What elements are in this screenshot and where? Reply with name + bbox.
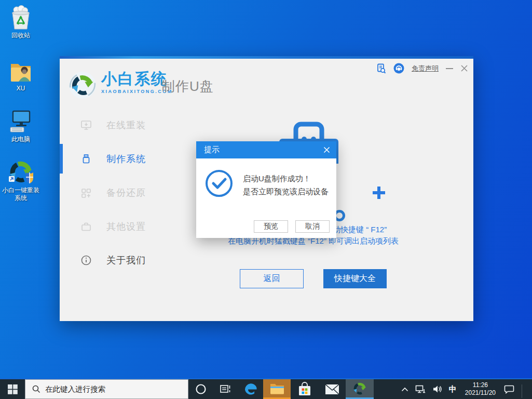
usb-drive-icon (80, 153, 92, 165)
search-icon (32, 385, 40, 393)
back-button[interactable]: 返回 (240, 269, 304, 288)
cortana-icon (195, 383, 207, 395)
dialog-title: 提示 (204, 145, 220, 155)
backup-restore-icon (80, 187, 92, 198)
tray-volume-icon[interactable] (431, 385, 444, 393)
sidebar: 在线重装 制作系统 备份还原 其他设置 (60, 108, 153, 277)
desktop-icon-label: 此电脑 (1, 136, 40, 143)
this-pc-icon (1, 109, 40, 134)
hotkey-hint-line1: 动快捷键 “ F12” (333, 225, 387, 235)
clock-date: 2021/11/20 (465, 389, 496, 397)
task-view-icon (220, 383, 232, 395)
dialog-message-line1: 启动U盘制作成功！ (243, 172, 329, 185)
cortana-button[interactable] (188, 379, 213, 399)
sidebar-item-other-settings[interactable]: 其他设置 (60, 209, 153, 243)
dialog-message-line2: 是否立即预览该启动设备 (243, 185, 329, 198)
edge-icon (243, 381, 258, 397)
desktop-icon-this-pc[interactable]: 此电脑 (1, 109, 40, 143)
tray-network-icon[interactable] (414, 385, 427, 393)
file-explorer-icon (270, 382, 284, 395)
windows-logo-icon (8, 384, 18, 394)
taskbar-divider (522, 384, 522, 398)
dialog-message: 启动U盘制作成功！ 是否立即预览该启动设备 (243, 172, 329, 198)
taskbar: 中 11:26 2021/11/20 (0, 378, 532, 399)
desktop-icon-recycle-bin[interactable]: 回收站 (1, 5, 40, 39)
sidebar-item-online-reinstall[interactable]: 在线重装 (60, 108, 153, 142)
desktop-icon-label: 回收站 (1, 32, 40, 39)
sidebar-item-label: 备份还原 (106, 187, 146, 199)
dialog-header: 提示 (196, 141, 336, 158)
xiaobai-app-window: 小白系统 XIAOBAIXITONG.COM 制作U盘 (60, 56, 473, 321)
info-icon (80, 255, 92, 266)
taskbar-clock[interactable]: 11:26 2021/11/20 (462, 381, 499, 397)
hotkeys-list-button[interactable]: 快捷键大全 (323, 269, 387, 288)
xiaobai-taskbar-icon (352, 381, 367, 396)
desktop-icon-xu-folder[interactable]: XU (1, 58, 40, 92)
desktop-icon-label: 小白一键重装系统 (1, 187, 40, 202)
xiaobai-taskbar-button[interactable] (346, 379, 374, 399)
store-button[interactable] (291, 379, 318, 399)
desktop-icon-xiaobai-app[interactable]: 小白一键重装系统 (1, 160, 40, 202)
sidebar-item-label: 其他设置 (106, 220, 146, 233)
taskbar-spacer (374, 379, 400, 399)
sidebar-item-make-system[interactable]: 制作系统 (60, 142, 153, 176)
mail-button[interactable] (318, 379, 346, 399)
store-icon (298, 382, 311, 396)
sidebar-item-about-us[interactable]: 关于我们 (60, 243, 153, 277)
sidebar-item-backup-restore[interactable]: 备份还原 (60, 176, 153, 209)
search-input[interactable] (45, 385, 175, 393)
dialog-body: 启动U盘制作成功！ 是否立即预览该启动设备 预览 取消 (196, 158, 336, 238)
tip-dialog: 提示 启动U盘制作成功！ 是否立即预览该启动设备 预览 取消 (196, 141, 336, 238)
cancel-button[interactable]: 取消 (295, 220, 330, 233)
user-folder-icon (1, 58, 40, 83)
clock-time: 11:26 (465, 381, 496, 389)
desktop-icon-label: XU (1, 85, 40, 92)
xiaobai-logo-icon (69, 71, 97, 101)
sidebar-item-label: 关于我们 (106, 254, 146, 267)
settings-case-icon (80, 221, 92, 232)
edge-button[interactable] (238, 379, 263, 399)
file-explorer-button[interactable] (263, 379, 291, 399)
start-button[interactable] (0, 379, 25, 399)
xiaobai-app-icon (1, 160, 40, 185)
decor-plus-icon (373, 187, 385, 199)
sidebar-item-label: 制作系统 (106, 153, 146, 165)
recycle-bin-icon (1, 5, 40, 30)
success-check-icon (205, 169, 233, 200)
taskbar-search-box[interactable] (25, 379, 188, 399)
task-view-button[interactable] (213, 379, 238, 399)
ime-indicator[interactable]: 中 (447, 384, 458, 394)
action-center-icon[interactable] (502, 384, 516, 394)
dialog-close-icon[interactable] (323, 147, 330, 153)
mail-icon (325, 384, 339, 395)
tray-chevron-up-icon[interactable] (400, 387, 410, 392)
system-tray: 中 11:26 2021/11/20 (400, 379, 532, 399)
sidebar-item-label: 在线重装 (106, 119, 146, 131)
preview-button[interactable]: 预览 (254, 220, 288, 233)
monitor-reinstall-icon (80, 119, 92, 131)
